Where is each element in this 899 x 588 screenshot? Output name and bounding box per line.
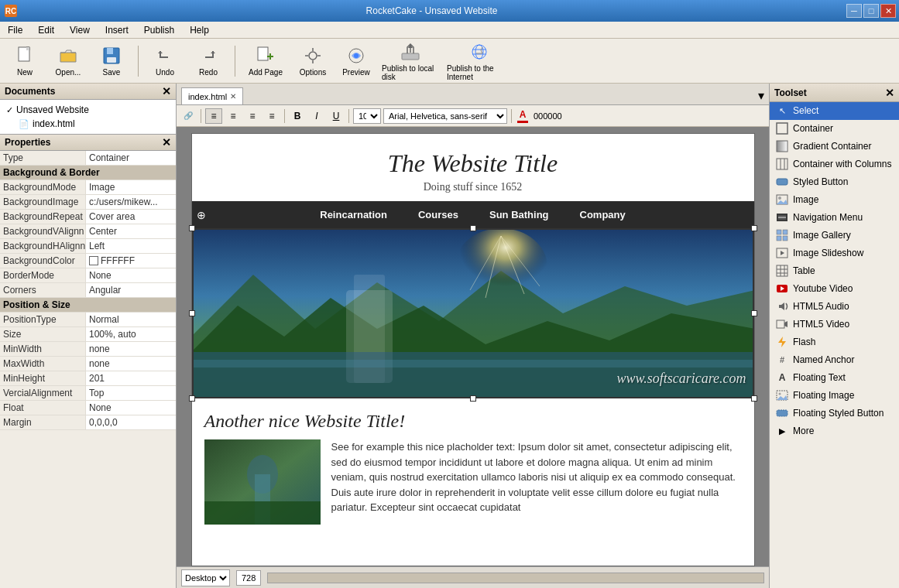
toolset-close-button[interactable]: ✕ (885, 87, 894, 98)
svg-marker-64 (784, 321, 787, 327)
tool-html5-video[interactable]: HTML5 Video (770, 316, 899, 333)
tool-styled-button-label: Styled Button (793, 176, 848, 187)
properties-close-button[interactable]: ✕ (162, 137, 171, 148)
tab-bar: index.html ✕ ▾ (177, 84, 769, 105)
tool-table[interactable]: Table (770, 262, 899, 280)
options-button[interactable]: Options (293, 43, 333, 80)
maximize-button[interactable]: □ (863, 4, 879, 18)
tool-html5-audio[interactable]: HTML5 Audio (770, 298, 899, 316)
tool-image-gallery[interactable]: Image Gallery (770, 227, 899, 244)
menu-file[interactable]: File (3, 24, 27, 36)
tool-nav-menu[interactable]: Navigation Menu (770, 209, 899, 227)
tree-item-website[interactable]: ✓ Unsaved Website (3, 103, 173, 117)
undo-icon (154, 45, 176, 67)
prop-corners: Corners Angular (0, 283, 176, 298)
preview-button[interactable]: Preview (336, 43, 376, 80)
align-center-button[interactable]: ≡ (225, 108, 242, 124)
tool-styled-button[interactable]: Styled Button (770, 173, 899, 191)
close-button[interactable]: ✕ (880, 4, 896, 18)
save-button[interactable]: Save (91, 43, 132, 80)
nav-item-courses[interactable]: Courses (418, 209, 458, 220)
tool-container[interactable]: Container (770, 120, 899, 138)
align-justify-button[interactable]: ≡ (263, 108, 280, 124)
tool-floating-image[interactable]: Floating Image (770, 387, 899, 405)
prop-minheight: MinHeight 201 (0, 371, 176, 386)
hero-watermark: www.softscaricare.com (617, 371, 746, 387)
tool-image-slideshow[interactable]: Image Slideshow (770, 244, 899, 262)
handle-br[interactable] (751, 395, 757, 402)
font-family-select[interactable]: Arial, Helvetica, sans-serif (383, 108, 507, 124)
underline-button[interactable]: U (328, 108, 345, 124)
tool-youtube[interactable]: Youtube Video (770, 280, 899, 298)
minimize-button[interactable]: ─ (846, 4, 862, 18)
svg-rect-6 (258, 47, 268, 60)
hero-image: www.softscaricare.com (192, 228, 754, 398)
save-label: Save (103, 68, 121, 77)
nav-item-sunbathing[interactable]: Sun Bathing (489, 209, 549, 220)
publish-web-button[interactable]: Publish to the Internet (444, 43, 514, 80)
menu-insert[interactable]: Insert (101, 24, 133, 36)
svg-point-9 (309, 52, 317, 60)
prop-bgmode: BackgroundMode Image (0, 180, 176, 195)
tab-close-button[interactable]: ✕ (230, 92, 236, 101)
prop-type-val: Container (85, 151, 176, 165)
publish-web-label: Publish to the Internet (447, 64, 512, 81)
nav-item-company[interactable]: Company (580, 209, 626, 220)
tool-image[interactable]: Image (770, 191, 899, 209)
canvas-wrapper[interactable]: The Website Title Doing stuff since 1652… (177, 127, 769, 566)
svg-point-45 (778, 197, 781, 200)
tool-gradient-container[interactable]: Gradient Container (770, 138, 899, 156)
italic-button[interactable]: I (308, 108, 325, 124)
text-color-button[interactable]: A (516, 108, 530, 125)
tool-more[interactable]: ▶ More (770, 422, 899, 440)
documents-close-button[interactable]: ✕ (162, 86, 171, 97)
html5-audio-icon (776, 300, 788, 313)
named-anchor-icon: # (776, 354, 788, 366)
handle-bl[interactable] (189, 395, 195, 402)
menu-publish[interactable]: Publish (139, 24, 179, 36)
section-bg-border: Background & Border (0, 166, 176, 180)
title-bar: RC RocketCake - Unsaved Website ─ □ ✕ (0, 0, 899, 22)
tab-index-html[interactable]: index.html ✕ (181, 87, 243, 104)
handle-left[interactable] (189, 310, 195, 316)
window-controls[interactable]: ─ □ ✕ (846, 4, 896, 18)
add-page-label: Add Page (249, 68, 283, 77)
tool-select[interactable]: ↖ Select (770, 102, 899, 120)
hero-container[interactable]: www.softscaricare.com (192, 228, 754, 398)
publish-local-button[interactable]: Publish to local disk (379, 43, 441, 80)
nav-item-reincarnation[interactable]: Reincarnation (320, 209, 387, 220)
align-left-button[interactable]: ≡ (205, 108, 222, 124)
add-page-button[interactable]: Add Page (242, 43, 290, 80)
handle-top[interactable] (470, 225, 476, 231)
view-mode-select[interactable]: Desktop (181, 569, 230, 586)
font-size-select[interactable]: 10 (353, 108, 381, 124)
handle-bottom[interactable] (470, 395, 476, 402)
link-button[interactable]: 🔗 (180, 108, 197, 124)
tool-named-anchor[interactable]: # Named Anchor (770, 351, 899, 369)
new-button[interactable]: New (5, 43, 45, 80)
tool-floating-text[interactable]: A Floating Text (770, 369, 899, 387)
tab-more-button[interactable]: ▾ (753, 87, 769, 104)
options-label: Options (300, 68, 326, 77)
handle-right[interactable] (751, 310, 757, 316)
tree-item-index[interactable]: 📄 index.html (3, 117, 173, 131)
menu-view[interactable]: View (65, 24, 94, 36)
menu-help[interactable]: Help (185, 24, 214, 36)
bold-button[interactable]: B (289, 108, 306, 124)
open-button[interactable]: Open... (48, 43, 88, 80)
nav-move-handle[interactable]: ⊕ (197, 209, 206, 221)
fmt-sep-2 (284, 109, 285, 123)
tab-label: index.html (188, 92, 227, 101)
handle-tl[interactable] (189, 225, 195, 231)
tool-named-anchor-label: Named Anchor (793, 354, 854, 365)
canvas[interactable]: The Website Title Doing stuff since 1652… (191, 133, 755, 566)
align-right-button[interactable]: ≡ (244, 108, 261, 124)
horizontal-scrollbar[interactable] (267, 573, 764, 583)
tool-floating-styled-button[interactable]: Floating Styled Button (770, 405, 899, 422)
tool-container-columns[interactable]: Container with Columns (770, 156, 899, 173)
menu-edit[interactable]: Edit (33, 24, 59, 36)
handle-tr[interactable] (751, 225, 757, 231)
redo-button[interactable]: Redo (188, 43, 228, 80)
undo-button[interactable]: Undo (145, 43, 185, 80)
tool-flash[interactable]: Flash (770, 333, 899, 351)
